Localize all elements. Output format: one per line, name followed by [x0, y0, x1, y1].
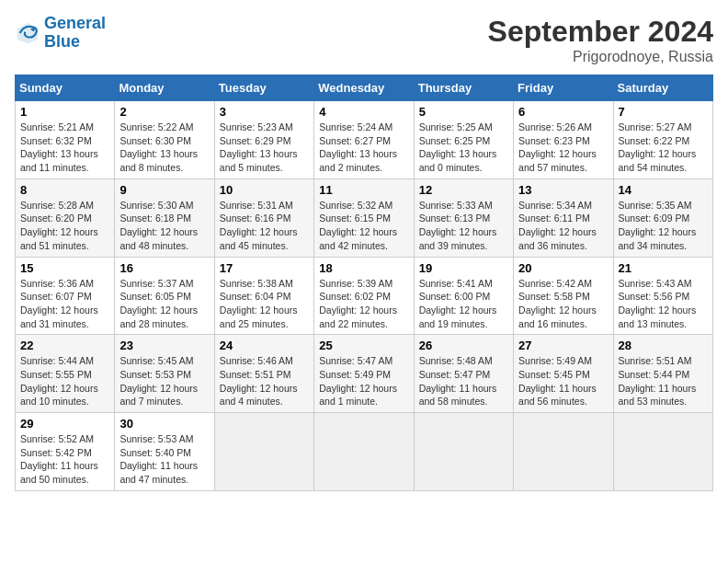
day-cell: 18Sunrise: 5:39 AM Sunset: 6:02 PM Dayli…	[314, 257, 414, 335]
day-detail: Sunrise: 5:38 AM Sunset: 6:04 PM Dayligh…	[220, 277, 309, 331]
day-detail: Sunrise: 5:23 AM Sunset: 6:29 PM Dayligh…	[220, 121, 309, 175]
day-number: 29	[20, 417, 109, 431]
week-row-2: 8Sunrise: 5:28 AM Sunset: 6:20 PM Daylig…	[16, 178, 713, 257]
title-block: September 2024 Prigorodnoye, Russia	[488, 15, 713, 65]
day-cell: 15Sunrise: 5:36 AM Sunset: 6:07 PM Dayli…	[16, 257, 115, 335]
day-detail: Sunrise: 5:27 AM Sunset: 6:22 PM Dayligh…	[619, 121, 708, 175]
day-number: 17	[220, 261, 309, 275]
day-number: 28	[619, 339, 708, 352]
logo: General Blue	[15, 15, 106, 52]
day-detail: Sunrise: 5:34 AM Sunset: 6:11 PM Dayligh…	[518, 199, 608, 253]
day-detail: Sunrise: 5:48 AM Sunset: 5:47 PM Dayligh…	[419, 354, 508, 408]
day-number: 30	[119, 417, 209, 431]
day-number: 9	[119, 183, 209, 197]
day-detail: Sunrise: 5:31 AM Sunset: 6:16 PM Dayligh…	[220, 199, 309, 253]
day-cell: 12Sunrise: 5:33 AM Sunset: 6:13 PM Dayli…	[414, 178, 513, 257]
day-detail: Sunrise: 5:42 AM Sunset: 5:58 PM Dayligh…	[518, 277, 608, 331]
logo-line1: General	[44, 14, 106, 32]
day-number: 4	[319, 105, 408, 119]
day-cell: 30Sunrise: 5:53 AM Sunset: 5:40 PM Dayli…	[115, 413, 214, 491]
header-cell-tuesday: Tuesday	[214, 75, 313, 101]
day-number: 25	[319, 339, 408, 352]
logo-icon	[15, 20, 40, 46]
day-number: 18	[319, 261, 408, 275]
day-detail: Sunrise: 5:26 AM Sunset: 6:23 PM Dayligh…	[518, 121, 608, 175]
day-cell: 5Sunrise: 5:25 AM Sunset: 6:25 PM Daylig…	[414, 101, 513, 179]
day-detail: Sunrise: 5:35 AM Sunset: 6:09 PM Dayligh…	[619, 199, 708, 253]
day-cell: 25Sunrise: 5:47 AM Sunset: 5:49 PM Dayli…	[314, 335, 414, 413]
day-cell: 21Sunrise: 5:43 AM Sunset: 5:56 PM Dayli…	[613, 257, 712, 335]
day-cell: 14Sunrise: 5:35 AM Sunset: 6:09 PM Dayli…	[613, 178, 712, 257]
day-cell: 22Sunrise: 5:44 AM Sunset: 5:55 PM Dayli…	[16, 335, 115, 413]
day-cell	[314, 413, 414, 491]
day-cell: 16Sunrise: 5:37 AM Sunset: 6:05 PM Dayli…	[115, 257, 214, 335]
day-number: 8	[20, 183, 109, 197]
day-detail: Sunrise: 5:21 AM Sunset: 6:32 PM Dayligh…	[20, 121, 109, 175]
day-number: 15	[20, 261, 109, 275]
day-cell: 29Sunrise: 5:52 AM Sunset: 5:42 PM Dayli…	[16, 413, 115, 491]
day-number: 24	[220, 339, 309, 352]
day-cell: 20Sunrise: 5:42 AM Sunset: 5:58 PM Dayli…	[514, 257, 613, 335]
day-cell: 28Sunrise: 5:51 AM Sunset: 5:44 PM Dayli…	[613, 335, 712, 413]
day-number: 11	[319, 183, 408, 197]
calendar-table: SundayMondayTuesdayWednesdayThursdayFrid…	[15, 75, 713, 491]
day-number: 13	[518, 183, 608, 197]
day-cell: 2Sunrise: 5:22 AM Sunset: 6:30 PM Daylig…	[115, 101, 214, 179]
day-cell: 4Sunrise: 5:24 AM Sunset: 6:27 PM Daylig…	[314, 101, 414, 179]
day-detail: Sunrise: 5:49 AM Sunset: 5:45 PM Dayligh…	[518, 354, 608, 408]
day-detail: Sunrise: 5:32 AM Sunset: 6:15 PM Dayligh…	[319, 199, 408, 253]
day-cell	[214, 413, 313, 491]
page-header: General Blue September 2024 Prigorodnoye…	[15, 15, 713, 65]
day-cell: 7Sunrise: 5:27 AM Sunset: 6:22 PM Daylig…	[613, 101, 712, 179]
day-detail: Sunrise: 5:25 AM Sunset: 6:25 PM Dayligh…	[419, 121, 508, 175]
week-row-5: 29Sunrise: 5:52 AM Sunset: 5:42 PM Dayli…	[16, 413, 713, 491]
header-cell-friday: Friday	[514, 75, 613, 101]
day-detail: Sunrise: 5:39 AM Sunset: 6:02 PM Dayligh…	[319, 277, 408, 331]
day-detail: Sunrise: 5:28 AM Sunset: 6:20 PM Dayligh…	[20, 199, 109, 253]
day-number: 3	[220, 105, 309, 119]
day-cell	[414, 413, 513, 491]
day-number: 27	[518, 339, 608, 352]
location-title: Prigorodnoye, Russia	[488, 49, 713, 65]
week-row-3: 15Sunrise: 5:36 AM Sunset: 6:07 PM Dayli…	[16, 257, 713, 335]
day-cell: 9Sunrise: 5:30 AM Sunset: 6:18 PM Daylig…	[115, 178, 214, 257]
day-cell: 19Sunrise: 5:41 AM Sunset: 6:00 PM Dayli…	[414, 257, 513, 335]
day-cell	[613, 413, 712, 491]
day-detail: Sunrise: 5:37 AM Sunset: 6:05 PM Dayligh…	[119, 277, 209, 331]
day-number: 12	[419, 183, 508, 197]
week-row-1: 1Sunrise: 5:21 AM Sunset: 6:32 PM Daylig…	[16, 101, 713, 179]
header-cell-monday: Monday	[115, 75, 214, 101]
day-detail: Sunrise: 5:47 AM Sunset: 5:49 PM Dayligh…	[319, 354, 408, 408]
month-title: September 2024	[488, 15, 713, 49]
day-detail: Sunrise: 5:45 AM Sunset: 5:53 PM Dayligh…	[119, 354, 209, 408]
day-detail: Sunrise: 5:44 AM Sunset: 5:55 PM Dayligh…	[20, 354, 109, 408]
day-detail: Sunrise: 5:46 AM Sunset: 5:51 PM Dayligh…	[220, 354, 309, 408]
day-detail: Sunrise: 5:33 AM Sunset: 6:13 PM Dayligh…	[419, 199, 508, 253]
day-number: 14	[619, 183, 708, 197]
day-cell	[514, 413, 613, 491]
day-cell: 3Sunrise: 5:23 AM Sunset: 6:29 PM Daylig…	[214, 101, 313, 179]
day-cell: 23Sunrise: 5:45 AM Sunset: 5:53 PM Dayli…	[115, 335, 214, 413]
day-number: 2	[119, 105, 209, 119]
header-cell-sunday: Sunday	[16, 75, 115, 101]
day-cell: 13Sunrise: 5:34 AM Sunset: 6:11 PM Dayli…	[514, 178, 613, 257]
day-number: 22	[20, 339, 109, 352]
day-number: 10	[220, 183, 309, 197]
day-cell: 26Sunrise: 5:48 AM Sunset: 5:47 PM Dayli…	[414, 335, 513, 413]
day-cell: 8Sunrise: 5:28 AM Sunset: 6:20 PM Daylig…	[16, 178, 115, 257]
day-cell: 11Sunrise: 5:32 AM Sunset: 6:15 PM Dayli…	[314, 178, 414, 257]
day-detail: Sunrise: 5:41 AM Sunset: 6:00 PM Dayligh…	[419, 277, 508, 331]
day-cell: 24Sunrise: 5:46 AM Sunset: 5:51 PM Dayli…	[214, 335, 313, 413]
day-number: 21	[619, 261, 708, 275]
day-number: 19	[419, 261, 508, 275]
day-detail: Sunrise: 5:24 AM Sunset: 6:27 PM Dayligh…	[319, 121, 408, 175]
day-detail: Sunrise: 5:43 AM Sunset: 5:56 PM Dayligh…	[619, 277, 708, 331]
day-cell: 17Sunrise: 5:38 AM Sunset: 6:04 PM Dayli…	[214, 257, 313, 335]
day-number: 7	[619, 105, 708, 119]
day-cell: 10Sunrise: 5:31 AM Sunset: 6:16 PM Dayli…	[214, 178, 313, 257]
day-cell: 27Sunrise: 5:49 AM Sunset: 5:45 PM Dayli…	[514, 335, 613, 413]
day-detail: Sunrise: 5:52 AM Sunset: 5:42 PM Dayligh…	[20, 432, 109, 487]
logo-text: General Blue	[44, 15, 106, 52]
day-cell: 1Sunrise: 5:21 AM Sunset: 6:32 PM Daylig…	[16, 101, 115, 179]
day-number: 16	[119, 261, 209, 275]
